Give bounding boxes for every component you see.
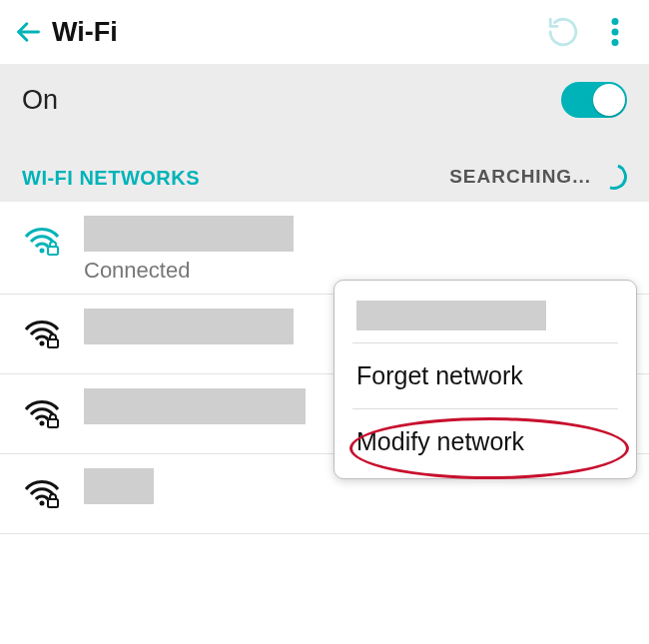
svg-point-10 xyxy=(40,501,45,506)
forget-network-item[interactable]: Forget network xyxy=(334,347,636,404)
svg-rect-9 xyxy=(48,419,58,427)
wifi-secure-icon xyxy=(22,394,62,434)
ssid-redacted xyxy=(84,309,294,344)
divider xyxy=(352,342,618,343)
section-label: WI-FI NETWORKS xyxy=(22,167,200,190)
wifi-secure-icon xyxy=(22,222,62,262)
modify-network-item[interactable]: Modify network xyxy=(334,413,636,470)
svg-point-2 xyxy=(612,29,619,36)
network-status: Connected xyxy=(84,258,294,284)
svg-rect-7 xyxy=(48,339,58,347)
svg-point-8 xyxy=(40,421,45,426)
overflow-menu-button[interactable] xyxy=(589,12,641,52)
network-context-menu: Forget network Modify network xyxy=(333,280,637,479)
ssid-redacted xyxy=(84,216,294,252)
app-bar: Wi-Fi xyxy=(0,0,649,64)
wifi-secure-icon xyxy=(22,315,62,354)
svg-point-6 xyxy=(40,341,45,346)
back-button[interactable] xyxy=(8,12,48,52)
searching-label: SEARCHING... xyxy=(449,166,591,188)
divider xyxy=(352,408,618,409)
wifi-state-label: On xyxy=(22,85,58,116)
wifi-toggle[interactable] xyxy=(561,82,627,118)
spinner-icon xyxy=(597,160,632,195)
searching-indicator: SEARCHING... xyxy=(449,164,627,190)
page-title: Wi-Fi xyxy=(52,17,118,48)
svg-point-4 xyxy=(40,249,45,254)
svg-point-1 xyxy=(612,18,619,25)
refresh-button[interactable] xyxy=(537,12,589,52)
ssid-redacted xyxy=(356,301,546,330)
toggle-knob xyxy=(593,84,625,116)
ssid-redacted xyxy=(84,468,154,504)
svg-point-3 xyxy=(612,39,619,46)
ssid-redacted xyxy=(84,388,306,424)
wifi-toggle-row: On xyxy=(0,64,649,136)
popup-network-name xyxy=(356,301,614,330)
wifi-secure-icon xyxy=(22,474,62,514)
svg-rect-11 xyxy=(48,499,58,507)
svg-rect-5 xyxy=(48,247,58,255)
section-header: WI-FI NETWORKS SEARCHING... xyxy=(0,136,649,202)
